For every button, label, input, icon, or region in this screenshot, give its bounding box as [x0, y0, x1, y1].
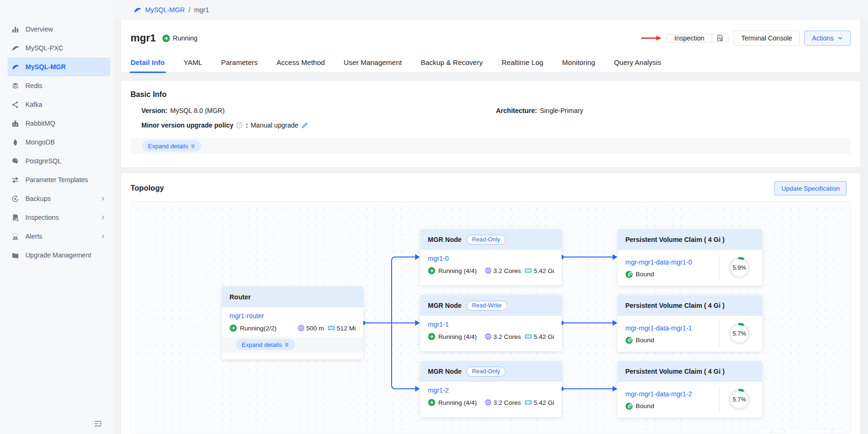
- pvc-usage-donut: 5.9%: [728, 256, 751, 280]
- mgr-node-cpu: 3.2 Cores: [484, 333, 521, 340]
- canvas-toolbar-button[interactable]: [772, 429, 784, 433]
- sidebar-item-overview[interactable]: Overview: [8, 20, 110, 39]
- topology-title: Topology: [131, 184, 164, 193]
- expand-details-button[interactable]: Expand details: [142, 140, 201, 152]
- router-node-card[interactable]: Router mgr1-router Running(2/2) 500 m: [222, 287, 363, 359]
- sidebar-item-alerts[interactable]: Alerts: [8, 227, 110, 246]
- breadcrumb: MySQL-MGR / mgr1: [113, 0, 868, 20]
- tab-yaml[interactable]: YAML: [184, 52, 203, 72]
- sidebar-item-mongodb[interactable]: MongoDB: [8, 133, 110, 152]
- breadcrumb-separator: /: [188, 6, 190, 14]
- architecture-value: Single-Primary: [540, 107, 583, 114]
- tab-realtime-log[interactable]: Realtime Log: [501, 52, 543, 72]
- role-badge: Read-Only: [467, 235, 506, 245]
- upgrade-policy-field: Minor version upgrade policy ? : Manual …: [131, 121, 851, 129]
- inspection-button[interactable]: Inspection: [667, 34, 712, 42]
- router-memory-value: 512 Mi: [336, 325, 356, 332]
- pvc-status-row: Bound: [625, 271, 719, 278]
- mgr-node-memory: 5.42 Gi: [524, 333, 554, 340]
- router-name-link[interactable]: mgr1-router: [229, 312, 264, 320]
- mgr-node-body: mgr1-1 Running (4/4) 3.2 Cores: [420, 316, 562, 340]
- pvc-name-link[interactable]: mgr-mgr1-data-mgr1-0: [625, 258, 692, 266]
- router-card-body: mgr1-router Running(2/2) 500 m: [222, 307, 363, 332]
- pvc-name-link[interactable]: mgr-mgr1-data-mgr1-1: [625, 324, 692, 332]
- update-specification-button[interactable]: Update Specification: [774, 181, 847, 195]
- rabbitmq-icon: [11, 120, 19, 128]
- elephant-icon: [11, 157, 19, 165]
- sidebar-item-mysql-mgr[interactable]: MySQL-MGR: [8, 57, 110, 76]
- tab-access-method[interactable]: Access Method: [277, 52, 325, 72]
- sidebar-item-redis[interactable]: Redis: [8, 76, 110, 95]
- chevron-right-icon: [100, 233, 106, 239]
- inspection-button-group: Inspection: [667, 34, 729, 42]
- pvc-type-label: Persistent Volume Claim ( 4 Gi ): [625, 302, 725, 309]
- pvc-card[interactable]: Persistent Volume Claim ( 4 Gi ) mgr-mgr…: [618, 361, 762, 418]
- memory-icon: [524, 333, 532, 340]
- sidebar-item-label: MySQL-MGR: [25, 63, 106, 72]
- tab-backup-recovery[interactable]: Backup & Recovery: [421, 52, 483, 72]
- pvc-card[interactable]: Persistent Volume Claim ( 4 Gi ) mgr-mgr…: [618, 229, 762, 286]
- cpu-icon: [297, 324, 305, 332]
- mgr-node-memory-value: 5.42 Gi: [533, 267, 554, 274]
- alarm-icon: [11, 233, 19, 241]
- actions-button[interactable]: Actions: [804, 31, 851, 46]
- cpu-icon: [484, 399, 492, 406]
- mgr-node-card[interactable]: MGR Node Read-Write mgr1-1 Running (4/4)…: [420, 295, 562, 351]
- mgr-node-card[interactable]: MGR Node Read-Only mgr1-2 Running (4/4) …: [420, 361, 562, 417]
- topology-canvas[interactable]: Router mgr1-router Running(2/2) 500 m: [131, 201, 851, 433]
- mgr-node-name-link[interactable]: mgr1-2: [428, 386, 449, 394]
- version-value: MySQL 8.0 (MGR): [170, 107, 224, 114]
- sidebar-item-label: Kafka: [25, 100, 106, 109]
- router-type-label: Router: [229, 293, 251, 301]
- sidebar-collapse-button[interactable]: [93, 419, 103, 430]
- edit-pencil-icon[interactable]: [301, 122, 308, 129]
- router-memory: 512 Mi: [328, 324, 356, 332]
- pvc-status-row: Bound: [625, 337, 719, 344]
- tab-monitoring[interactable]: Monitoring: [562, 52, 595, 72]
- tab-query-analysis[interactable]: Query Analysis: [614, 52, 661, 72]
- tab-user-management[interactable]: User Management: [344, 52, 401, 72]
- tab-detail-info[interactable]: Detail Info: [131, 52, 165, 72]
- mgr-node-status-label: Running (4/4): [438, 333, 477, 340]
- pvc-card-body: mgr-mgr1-data-mgr1-1 Bound 5.7%: [618, 316, 762, 352]
- pvc-usage: 5.7%: [720, 322, 759, 346]
- memory-icon: [524, 399, 532, 406]
- breadcrumb-section-link[interactable]: MySQL-MGR: [133, 6, 185, 14]
- sidebar-item-kafka[interactable]: Kafka: [8, 95, 110, 114]
- sidebar-item-label: Parameter Templates: [25, 176, 106, 185]
- bar-chart-icon: [11, 25, 19, 33]
- canvas-toolbar-button[interactable]: [834, 429, 845, 433]
- router-status-row: Running(2/2) 500 m 512 Mi: [229, 324, 356, 332]
- sidebar-item-postgresql[interactable]: PostgreSQL: [8, 152, 110, 170]
- canvas-toolbar-button[interactable]: [759, 429, 770, 433]
- mgr-node-header: MGR Node Read-Only: [420, 361, 562, 382]
- inspection-report-button[interactable]: [712, 34, 729, 42]
- document-search-icon: [11, 214, 19, 222]
- sidebar-item-mysql-pxc[interactable]: MySQL-PXC: [8, 39, 110, 57]
- terminal-console-button[interactable]: Terminal Console: [734, 31, 800, 46]
- pvc-name-link[interactable]: mgr-mgr1-data-mgr1-2: [625, 390, 692, 398]
- mgr-node-name-link[interactable]: mgr1-1: [428, 321, 449, 328]
- pvc-card[interactable]: Persistent Volume Claim ( 4 Gi ) mgr-mgr…: [618, 295, 762, 352]
- help-icon[interactable]: ?: [236, 122, 243, 129]
- upgrade-policy-label: Minor version upgrade policy: [141, 121, 233, 129]
- tab-parameters[interactable]: Parameters: [221, 52, 258, 72]
- sidebar-item-rabbitmq[interactable]: RabbitMQ: [8, 114, 110, 133]
- router-expand-details-button[interactable]: Expand details: [236, 339, 295, 350]
- running-status-icon: [229, 324, 237, 332]
- pvc-usage-donut: 5.7%: [728, 388, 751, 411]
- sidebar-item-parameter-templates[interactable]: Parameter Templates: [8, 170, 110, 189]
- pvc-card-body: mgr-mgr1-data-mgr1-2 Bound 5.7%: [618, 382, 762, 418]
- mgr-node-name-link[interactable]: mgr1-0: [428, 255, 449, 262]
- pvc-info: mgr-mgr1-data-mgr1-2 Bound: [625, 390, 719, 410]
- pvc-info: mgr-mgr1-data-mgr1-0 Bound: [625, 258, 719, 278]
- sidebar-item-inspections[interactable]: Inspections: [8, 208, 110, 227]
- chevron-right-icon: [100, 215, 106, 220]
- mgr-node-card[interactable]: MGR Node Read-Only mgr1-0 Running (4/4) …: [420, 229, 562, 285]
- mgr-node-resources: 3.2 Cores 5.42 Gi: [484, 333, 554, 340]
- cpu-icon: [484, 267, 492, 274]
- sidebar-item-upgrade-management[interactable]: Upgrade Management: [8, 246, 110, 265]
- running-status-icon: [428, 333, 435, 340]
- sidebar-item-backups[interactable]: Backups: [8, 189, 110, 208]
- canvas-zoom-control[interactable]: [786, 429, 831, 433]
